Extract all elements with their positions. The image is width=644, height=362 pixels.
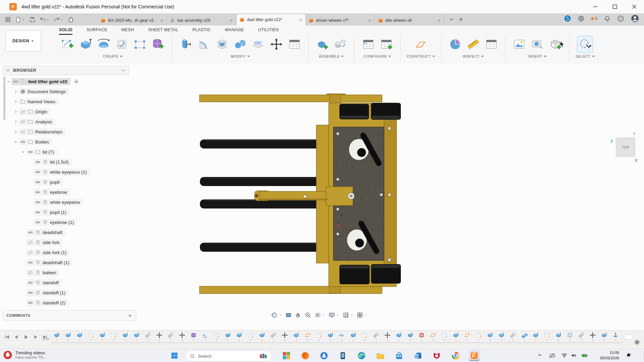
fillet-button[interactable] bbox=[196, 36, 212, 52]
document-tab-idle-wheels-v6[interactable]: idle wheels v6 bbox=[375, 15, 444, 25]
browser-scrollbar[interactable] bbox=[3, 76, 5, 120]
user-avatar[interactable] bbox=[631, 14, 639, 23]
timeline-feature-26-mirror[interactable] bbox=[336, 332, 347, 341]
hole-button[interactable] bbox=[114, 36, 129, 52]
timeline-feature-12-move[interactable] bbox=[176, 332, 188, 341]
viewports-button[interactable] bbox=[357, 312, 368, 318]
grid-button[interactable] bbox=[342, 312, 354, 318]
group-label[interactable]: INSERT bbox=[528, 54, 546, 58]
file-button[interactable] bbox=[14, 16, 26, 23]
interference-button[interactable] bbox=[484, 36, 499, 52]
timeline-feature-29-joint[interactable] bbox=[370, 332, 382, 341]
taskbar-app-edge[interactable] bbox=[356, 350, 367, 361]
timeline-feature-24-sketch[interactable] bbox=[313, 332, 325, 341]
ribbon-tab-plastic[interactable]: PLASTIC bbox=[193, 27, 211, 35]
display-settings-button[interactable] bbox=[328, 312, 339, 318]
timeline-feature-3-extrude[interactable] bbox=[74, 332, 85, 341]
expand-arrow-icon[interactable] bbox=[13, 119, 19, 124]
browser-row-bodies[interactable]: Bodies bbox=[3, 137, 129, 147]
visibility-toggle-on[interactable] bbox=[27, 290, 33, 296]
visibility-toggle-on[interactable] bbox=[35, 189, 41, 195]
tray-expand-button[interactable] bbox=[537, 352, 543, 358]
timeline-feature-47-joint[interactable] bbox=[576, 332, 587, 341]
browser-row-lid-7[interactable]: lid (7) bbox=[3, 147, 129, 157]
insert-configuration-button[interactable] bbox=[379, 36, 394, 52]
start-button[interactable] bbox=[170, 352, 178, 360]
document-tab-4wd-lifter-gold-v22[interactable]: 4wd lifter gold v22* bbox=[236, 14, 306, 25]
taskbar-app-firefox[interactable] bbox=[300, 350, 311, 361]
browser-row-origin[interactable]: Origin bbox=[3, 107, 129, 117]
decal-button[interactable] bbox=[530, 36, 545, 52]
visibility-toggle-on[interactable] bbox=[35, 220, 41, 225]
timeline-scroll-handle[interactable] bbox=[624, 335, 633, 340]
browser-row-white-eyepeice-1[interactable]: white eyepeice (1) bbox=[3, 167, 129, 177]
sync-status-button[interactable] bbox=[564, 15, 571, 22]
expand-arrow-icon[interactable] bbox=[13, 109, 19, 114]
taskbar-app-mcafee[interactable] bbox=[431, 350, 442, 361]
create-form-button[interactable] bbox=[150, 36, 166, 52]
timeline-feature-34-plane[interactable] bbox=[427, 332, 439, 341]
timeline-feature-16-extrude[interactable] bbox=[222, 332, 233, 341]
visibility-toggle-on[interactable] bbox=[27, 280, 33, 286]
view-cube[interactable]: TOP Z Y X bbox=[616, 138, 635, 156]
battery-button[interactable] bbox=[580, 352, 589, 359]
notifications-button[interactable] bbox=[604, 15, 611, 22]
timeline-feature-41-joint[interactable] bbox=[507, 332, 519, 341]
timeline-feature-33-delete[interactable] bbox=[416, 332, 427, 341]
create-sketch-button[interactable] bbox=[60, 36, 75, 52]
timeline-feature-14-fillet[interactable] bbox=[199, 332, 211, 341]
taskbar-app-fusion[interactable] bbox=[469, 350, 480, 361]
tab-close-button[interactable] bbox=[437, 18, 441, 23]
fit-button[interactable] bbox=[314, 312, 325, 318]
browser-row-eyebrow-1[interactable]: eyebrow (1) bbox=[3, 217, 129, 227]
focus-assist-button[interactable]: z bbox=[625, 352, 632, 359]
timeline-feature-40-extrude[interactable] bbox=[496, 332, 507, 341]
section-analysis-button[interactable] bbox=[447, 36, 463, 52]
visibility-toggle-on[interactable] bbox=[12, 79, 18, 84]
comments-bar[interactable]: COMMENTS bbox=[3, 310, 136, 321]
tab-close-button[interactable] bbox=[298, 17, 303, 22]
wifi-button[interactable] bbox=[561, 352, 568, 359]
job-status-button[interactable]: 1 bbox=[591, 16, 597, 21]
ribbon-tab-utilities[interactable]: UTILITIES bbox=[258, 27, 279, 35]
timeline-feature-43-extrude[interactable] bbox=[530, 332, 541, 341]
new-tab-button[interactable] bbox=[458, 16, 464, 22]
visibility-toggle-off[interactable] bbox=[27, 270, 33, 276]
browser-row-pupil[interactable]: pupil bbox=[3, 177, 129, 187]
visibility-toggle-on[interactable] bbox=[27, 260, 33, 265]
redo-button[interactable] bbox=[52, 16, 65, 23]
minimize-browser-button[interactable] bbox=[121, 68, 126, 73]
measure-button[interactable] bbox=[466, 36, 481, 52]
taskbar-clock[interactable]: 13:05 05/03/2026 bbox=[600, 350, 619, 361]
timeline-feature-44-sketch[interactable] bbox=[541, 332, 553, 341]
visibility-toggle-on[interactable] bbox=[35, 199, 41, 205]
document-tab-ba-2820-mo-th-gear-v3[interactable]: BA-2820-Mo...th gear v3 bbox=[98, 15, 167, 25]
visibility-toggle-off[interactable] bbox=[27, 240, 33, 245]
workspace-selector[interactable]: DESIGN bbox=[5, 30, 41, 52]
visibility-toggle-on[interactable] bbox=[20, 139, 26, 145]
extensions-button[interactable] bbox=[578, 15, 585, 22]
split-body-button[interactable] bbox=[251, 36, 266, 52]
joint-button[interactable] bbox=[333, 36, 348, 52]
document-tab-bar-assembly-v29[interactable]: bar assembly v29 bbox=[167, 15, 236, 25]
go-to-start-button[interactable] bbox=[4, 334, 10, 340]
timeline-feature-48-move[interactable] bbox=[587, 332, 598, 341]
close-button[interactable] bbox=[625, 0, 644, 13]
timeline-feature-46-hole[interactable] bbox=[564, 332, 576, 341]
add-comment-button[interactable] bbox=[127, 313, 132, 318]
taskbar-app-photos[interactable] bbox=[281, 350, 292, 361]
timeline-feature-21-move[interactable] bbox=[279, 332, 290, 341]
timeline-feature-38-sketch[interactable] bbox=[473, 332, 484, 341]
taskbar-app-outlook[interactable] bbox=[413, 350, 423, 361]
timeline-feature-28-sketch[interactable] bbox=[359, 332, 370, 341]
timeline-feature-37-plane[interactable] bbox=[462, 332, 473, 341]
new-component-button[interactable] bbox=[315, 36, 330, 52]
save-button[interactable] bbox=[28, 16, 37, 23]
browser-row-named-views[interactable]: Named Views bbox=[3, 97, 129, 107]
timeline-feature-49-extrude[interactable] bbox=[598, 332, 610, 341]
extrude-button[interactable] bbox=[78, 36, 93, 52]
timeline-feature-11-joint[interactable] bbox=[165, 332, 176, 341]
select-button[interactable] bbox=[577, 36, 593, 53]
timeline-feature-5-extrude[interactable] bbox=[97, 332, 108, 341]
tab-close-button[interactable] bbox=[367, 18, 372, 23]
